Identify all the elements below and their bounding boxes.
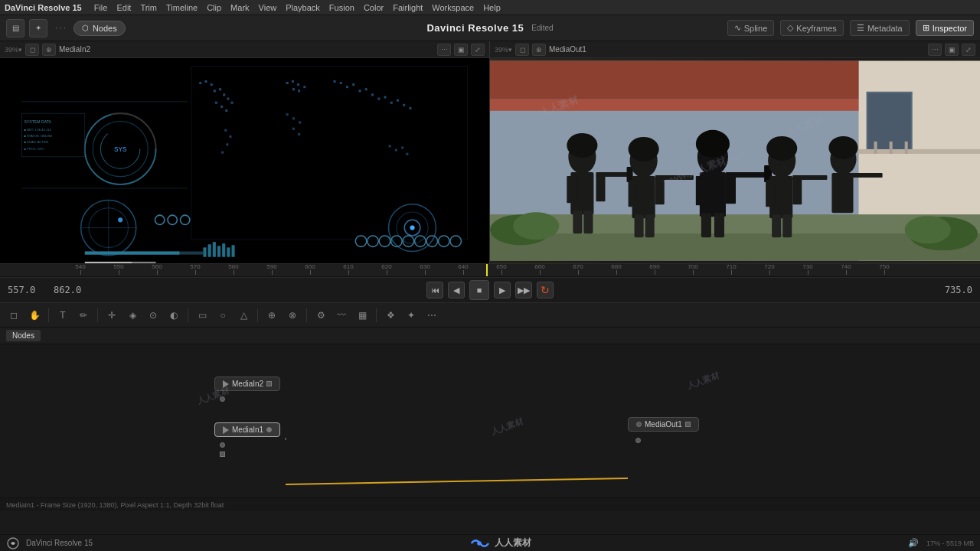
bottom-logo: [469, 536, 490, 550]
viewer-left-fit-btn[interactable]: ◻: [25, 44, 39, 56]
paint-tool-btn[interactable]: ✏: [74, 306, 93, 324]
inspector-tab-btn[interactable]: ⊞ Inspector: [916, 20, 974, 36]
menu-trim[interactable]: Trim: [140, 3, 157, 12]
tick-560: 560: [138, 263, 176, 275]
svg-rect-55: [226, 143, 228, 145]
pan-tool-btn[interactable]: ✋: [25, 306, 44, 324]
svg-rect-40: [365, 88, 368, 90]
mask-circle-btn[interactable]: ○: [214, 306, 232, 324]
svg-rect-130: [766, 180, 775, 207]
svg-rect-99: [905, 142, 908, 154]
node-mediaout1-out: [685, 422, 691, 427]
menu-view[interactable]: View: [259, 3, 277, 12]
menu-workspace[interactable]: Workspace: [432, 3, 474, 12]
menu-timeline[interactable]: Timeline: [166, 3, 198, 12]
mask-poly-btn[interactable]: △: [234, 306, 253, 324]
menu-color[interactable]: Color: [364, 3, 384, 12]
misc-btn-2[interactable]: ✦: [402, 306, 420, 324]
node-mediain1-label: MediaIn1: [232, 425, 263, 434]
nodes-content[interactable]: MediaIn2 MediaIn1 MediaOut1 人人素材 人人素材 人人…: [0, 344, 980, 497]
node-mediain2[interactable]: MediaIn2: [214, 377, 280, 391]
tool-sep-1: [48, 308, 49, 322]
viewer-right-opt-btn[interactable]: ⊕: [532, 44, 546, 56]
tick-590: 590: [253, 263, 291, 275]
menu-playback[interactable]: Playback: [286, 3, 320, 12]
svg-rect-48: [286, 113, 289, 116]
tab-section-right: ∿ Spline ◇ Keyframes ☰ Metadata ⊞ Inspec…: [727, 20, 974, 36]
svg-rect-70: [227, 247, 230, 256]
node-mediain1-port-2: [220, 452, 225, 457]
transform-btn[interactable]: ✛: [103, 306, 121, 324]
svg-rect-47: [409, 107, 411, 109]
svg-point-10: [118, 217, 122, 222]
curves-btn[interactable]: 〰: [332, 306, 351, 324]
misc-btn-1[interactable]: ❖: [381, 306, 400, 324]
clone-btn[interactable]: ⊙: [144, 306, 162, 324]
svg-rect-115: [635, 214, 644, 237]
viewer-left-opt-btn[interactable]: ⊕: [42, 44, 56, 56]
svg-point-138: [828, 136, 858, 159]
skip-to-start-btn[interactable]: ⏮: [426, 282, 443, 298]
tick-720: 720: [750, 263, 789, 275]
viewer-right-fit-btn[interactable]: ◻: [515, 44, 529, 56]
transport-controls: ⏮ ◀ ■ ▶ ▶▶ ↻: [426, 280, 554, 300]
text-tool-btn[interactable]: T: [54, 306, 72, 324]
viewer-left-pip-btn[interactable]: ▣: [454, 44, 468, 56]
node-mediain1-triangle: [223, 426, 229, 434]
menu-clip[interactable]: Clip: [207, 3, 221, 12]
play-btn[interactable]: ▶: [494, 282, 511, 298]
keyframes-tab-btn[interactable]: ◇ Keyframes: [780, 20, 844, 36]
menu-mark[interactable]: Mark: [230, 3, 249, 12]
spline-label: Spline: [744, 24, 768, 33]
stop-btn[interactable]: ■: [469, 280, 489, 300]
viewer-right-fs-btn[interactable]: ⤢: [962, 44, 975, 56]
menu-fairlight[interactable]: Fairlight: [393, 3, 423, 12]
svg-point-64: [410, 226, 414, 230]
menu-help[interactable]: Help: [483, 3, 501, 12]
nodes-tab[interactable]: ⬡ Nodes: [74, 21, 126, 36]
spline-tab-btn[interactable]: ∿ Spline: [727, 20, 775, 36]
viewer-left-more-btn[interactable]: ⋯: [437, 44, 451, 56]
svg-rect-106: [573, 210, 582, 233]
menu-bar: DaVinci Resolve 15 File Edit Trim Timeli…: [0, 0, 980, 15]
warp-btn[interactable]: ◈: [123, 306, 142, 324]
media-pool-btn[interactable]: ▤: [6, 19, 24, 37]
color-picker-btn[interactable]: ⚙: [312, 306, 330, 324]
timeline-ruler: 540 550 560 570 580 590 600 610 620 630 …: [0, 263, 980, 277]
stabilize-btn[interactable]: ⊗: [283, 306, 302, 324]
svg-rect-22: [219, 88, 221, 90]
select-tool-btn[interactable]: ◻: [5, 306, 23, 324]
menu-fusion[interactable]: Fusion: [329, 3, 354, 12]
viewer-right-more-btn[interactable]: ⋯: [928, 44, 942, 56]
menu-edit[interactable]: Edit: [116, 3, 131, 12]
svg-rect-37: [346, 86, 348, 88]
metadata-tab-btn[interactable]: ☰ Metadata: [850, 20, 910, 36]
mask-rect-btn[interactable]: ▭: [193, 306, 211, 324]
viewer-left-fs-btn[interactable]: ⤢: [471, 44, 485, 56]
svg-rect-139: [851, 173, 882, 178]
svg-rect-113: [629, 180, 638, 207]
nodes-label-bar: Nodes: [0, 328, 980, 344]
tick-710: 710: [712, 263, 750, 275]
tick-680: 680: [597, 263, 635, 275]
node-mediain1[interactable]: MediaIn1: [214, 422, 280, 437]
tracker-btn[interactable]: ⊕: [263, 306, 281, 324]
keyframes-label: Keyframes: [796, 24, 837, 33]
audio-icon[interactable]: 🔊: [906, 536, 920, 550]
svg-rect-58: [395, 149, 397, 152]
svg-rect-71: [231, 245, 234, 256]
svg-rect-69: [222, 243, 225, 257]
svg-rect-114: [655, 178, 665, 204]
loop-btn[interactable]: ↻: [537, 282, 554, 298]
next-frame-btn[interactable]: ▶▶: [515, 282, 532, 298]
misc-btn-3[interactable]: ⋯: [423, 306, 441, 324]
blur-btn[interactable]: ◐: [165, 306, 183, 324]
node-mediaout1[interactable]: MediaOut1: [628, 417, 699, 432]
svg-rect-46: [403, 104, 405, 106]
menu-file[interactable]: File: [94, 3, 108, 12]
viewer-right-pip-btn[interactable]: ▣: [945, 44, 959, 56]
effects-library-btn[interactable]: ✦: [29, 19, 47, 37]
histogram-btn[interactable]: ▦: [353, 306, 371, 324]
prev-frame-btn[interactable]: ◀: [448, 282, 465, 298]
transport-bar: 557.0 862.0 ⏮ ◀ ■ ▶ ▶▶ ↻ 735.0: [0, 277, 980, 303]
